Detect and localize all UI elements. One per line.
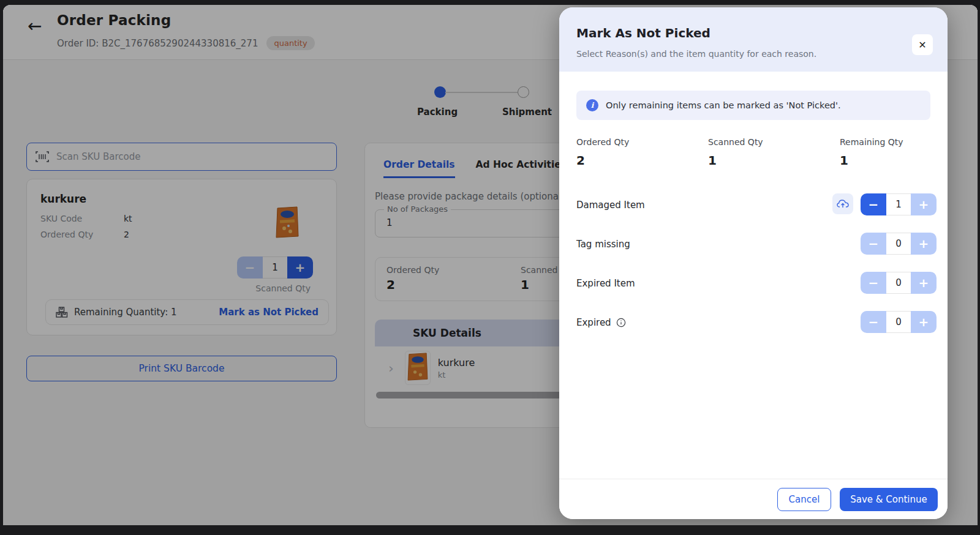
info-banner-text: Only remaining items can be marked as 'N… [606,100,841,110]
reason-label-expired-text: Expired [576,317,611,328]
info-banner: i Only remaining items can be marked as … [576,91,930,120]
stepper-value-damaged-item[interactable]: 1 [886,193,911,215]
stepper-tag-missing: − 0 + [861,233,937,255]
modal-header: Mark As Not Picked Select Reason(s) and … [559,7,948,72]
info-icon: i [586,99,598,111]
decrement-button[interactable]: − [861,233,886,255]
stepper-damaged-item: − 1 + [861,193,937,215]
upload-image-button[interactable] [832,193,853,214]
increment-button[interactable]: + [911,272,937,294]
modal-remaining-qty-label: Remaining Qty [840,137,903,147]
modal-remaining-qty-value: 1 [840,153,903,168]
stepper-value-expired-item[interactable]: 0 [886,272,911,294]
cloud-upload-icon [837,199,849,209]
stepper-value-tag-missing[interactable]: 0 [886,233,911,255]
reason-label-tag-missing: Tag missing [576,239,630,250]
increment-button[interactable]: + [911,193,937,215]
cancel-button[interactable]: Cancel [777,488,831,511]
close-icon[interactable]: ✕ [912,34,933,55]
modal-scanned-qty-value: 1 [708,153,763,168]
modal-subtitle: Select Reason(s) and the item quantity f… [576,49,816,59]
app-window: ← Order Packing Order ID: B2C_1767685290… [3,5,978,525]
reason-label-expired-item: Expired Item [576,278,635,289]
mark-as-not-picked-modal: Mark As Not Picked Select Reason(s) and … [559,7,948,519]
increment-button[interactable]: + [911,311,937,333]
reason-label-damaged-item: Damaged Item [576,200,645,211]
modal-ordered-qty-label: Ordered Qty [576,137,629,147]
modal-ordered-qty-value: 2 [576,153,629,168]
increment-button[interactable]: + [911,233,937,255]
decrement-button[interactable]: − [861,193,886,215]
reason-label-expired: Expired [576,317,626,328]
modal-scanned-qty-label: Scanned Qty [708,137,763,147]
stepper-value-expired[interactable]: 0 [886,311,911,333]
stepper-expired-item: − 0 + [861,272,937,294]
decrement-button[interactable]: − [861,272,886,294]
decrement-button[interactable]: − [861,311,886,333]
modal-footer: Cancel Save & Continue [559,479,948,519]
stepper-expired: − 0 + [861,311,937,333]
save-continue-button[interactable]: Save & Continue [840,488,938,511]
modal-title: Mark As Not Picked [576,26,710,40]
info-outline-icon[interactable] [616,318,626,327]
